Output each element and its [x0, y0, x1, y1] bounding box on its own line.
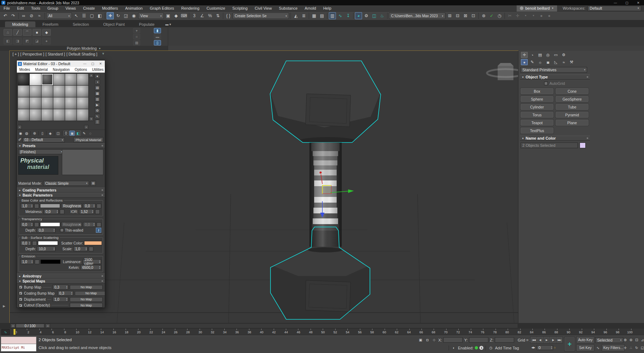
pin-stack-icon[interactable]: ◪	[33, 38, 41, 44]
time-slider-handle[interactable]: 0 / 100	[16, 324, 44, 328]
current-frame-marker[interactable]	[13, 329, 16, 335]
material-sample-slot[interactable]	[53, 109, 65, 121]
select-link-icon[interactable]: ∞	[20, 12, 27, 19]
object-type-button[interactable]: Teapot	[521, 120, 553, 126]
zoom-extents-icon[interactable]: ⊡	[634, 337, 639, 343]
emission-color-swatch[interactable]	[40, 260, 60, 264]
map-enabled-checkbox[interactable]: ✓	[19, 298, 23, 301]
object-color-swatch[interactable]	[580, 142, 586, 148]
zoom-all-icon[interactable]: ⊛	[628, 337, 634, 343]
sss-color-swatch[interactable]	[38, 241, 58, 245]
key-filters-button[interactable]: Key Filters...	[602, 345, 624, 351]
base-weight-map-button[interactable]	[34, 204, 39, 208]
video-color-check-icon[interactable]: ▥	[94, 97, 100, 102]
ribbon-tab[interactable]: Populate	[132, 21, 161, 27]
undo-history-icon[interactable]: ◷	[496, 12, 503, 19]
ribbon-tab[interactable]: Freeform	[35, 21, 66, 27]
select-scale-icon[interactable]: ◲	[122, 12, 130, 19]
material-sample-slot[interactable]	[18, 74, 29, 85]
material-id-icon[interactable]: 0	[63, 131, 69, 136]
menu-item[interactable]: Edit	[14, 6, 28, 10]
object-name-field[interactable]: 2 Objects Selected	[521, 142, 578, 148]
modify-tab-icon[interactable]: ◔	[529, 52, 536, 58]
render-production-icon[interactable]: ♨	[379, 12, 386, 19]
material-sample-slot[interactable]	[77, 74, 88, 85]
transparency-map-button[interactable]	[34, 222, 39, 227]
rollout-object-type[interactable]: ▼ Object Type	[520, 74, 590, 79]
select-by-name-icon[interactable]: ☰	[80, 12, 88, 19]
preview-off-icon[interactable]: ◧	[4, 38, 12, 44]
snap-3d-icon[interactable]: 3	[191, 12, 198, 19]
transparency-color-swatch[interactable]	[40, 222, 60, 227]
rollout-presets[interactable]: ▼ Presets	[17, 143, 105, 148]
material-sample-slot[interactable]	[77, 109, 88, 121]
viewcube[interactable]	[487, 63, 518, 80]
scene-explorer-icon[interactable]: ▦	[311, 12, 318, 19]
sss-map-button[interactable]	[32, 241, 37, 246]
ribbon-toggle-icon[interactable]: ▥	[329, 12, 336, 19]
material-map-navigator-icon[interactable]: ☰	[94, 120, 100, 125]
menu-item[interactable]: Utilities	[89, 68, 106, 72]
maxscript-mini-listener[interactable]: MAXScript Mi	[1, 337, 36, 352]
shapes-icon[interactable]: ✎	[529, 59, 536, 65]
insert-loop-icon[interactable]: ▬	[154, 34, 161, 39]
menu-item[interactable]: Create	[79, 6, 98, 10]
selection-set-dropdown[interactable]: Create Selection Se	[233, 13, 289, 19]
menu-item[interactable]: Group	[44, 6, 62, 10]
maximize-button[interactable]: ▢	[89, 62, 96, 66]
lights-icon[interactable]: ☼	[537, 59, 543, 65]
eyedropper-icon[interactable]: ✐	[18, 137, 21, 142]
set-key-filters-icon[interactable]: ∿	[595, 345, 601, 350]
scroll-up-icon[interactable]: ∧	[89, 73, 93, 78]
make-preview-icon[interactable]: ▶	[94, 102, 100, 107]
notification-badge[interactable]: 1	[479, 346, 483, 350]
metalness-spinner[interactable]: 0,0	[44, 209, 59, 214]
spacer-dot1-icon[interactable]: •	[522, 12, 529, 19]
material-mode-dropdown[interactable]: Classic Simple	[43, 181, 89, 186]
menu-item[interactable]: Civil View	[251, 6, 275, 10]
uv-tiling-icon[interactable]: ▦	[94, 91, 100, 96]
polygon-modeling-caption[interactable]: Polygon Modeling ▼	[0, 46, 168, 51]
assign-to-selection-icon[interactable]: ⊕	[32, 131, 37, 136]
ior-spinner[interactable]: 1,52	[79, 209, 94, 214]
frame-nudge-icon[interactable]: ◀▶	[531, 345, 536, 350]
material-type-button[interactable]: Physical Material	[73, 137, 103, 142]
window-crossing-icon[interactable]: ◧	[96, 12, 103, 19]
material-editor-icon[interactable]: ◕	[355, 12, 362, 19]
material-sample-slot[interactable]	[18, 109, 29, 121]
transparency-roughness-map-button[interactable]	[97, 222, 101, 227]
material-sample-slot[interactable]	[42, 109, 53, 121]
special-map-spinner[interactable]: 0,3	[58, 291, 73, 296]
viewport-label-segment[interactable]: [ Default Shading ]	[67, 52, 97, 56]
key-mode-toggle-icon[interactable]: ○	[554, 346, 556, 349]
mode-options-button[interactable]: ⊞	[91, 181, 96, 186]
render-setup-icon[interactable]: ⚙	[363, 12, 370, 19]
select-rotate-icon[interactable]: ↻	[114, 12, 122, 19]
minimize-button[interactable]: —	[82, 62, 88, 66]
material-sample-slot[interactable]	[65, 109, 77, 121]
generate-topology-icon[interactable]: ▩	[133, 40, 140, 45]
set-key-button[interactable]: Set Key	[577, 345, 594, 351]
metalness-map-button[interactable]	[60, 209, 64, 214]
schematic-view-icon[interactable]: ↧	[345, 12, 352, 19]
material-sample-slot[interactable]	[30, 97, 41, 109]
ribbon-config-icon[interactable]: ▬ ▾	[165, 23, 171, 27]
rendered-frame-icon[interactable]: ◫	[371, 12, 378, 19]
autogrid-checkbox[interactable]	[544, 82, 548, 85]
spacer-dot4-icon[interactable]: ●	[546, 12, 553, 19]
material-sample-slot[interactable]	[30, 86, 41, 97]
map-slot-button[interactable]: No Map	[70, 285, 103, 290]
material-sample-slot[interactable]	[65, 74, 77, 85]
systems-icon[interactable]: ⚒	[568, 59, 575, 65]
material-sample-slot[interactable]	[30, 109, 41, 121]
ior-map-button[interactable]	[95, 209, 100, 214]
select-object-icon[interactable]: ↖	[73, 12, 80, 19]
vertex-mode-icon[interactable]: ∴	[4, 29, 12, 36]
use-pivot-center-icon[interactable]: ▣	[165, 12, 172, 19]
depth-spinner[interactable]: 0,0	[37, 228, 55, 233]
menu-item[interactable]: Modifiers	[98, 6, 122, 10]
selection-set-key-dropdown[interactable]: Selected	[595, 337, 623, 343]
menu-item[interactable]: Animation	[122, 6, 146, 10]
base-weight-spinner[interactable]: 1,0	[20, 203, 33, 208]
material-sample-slot[interactable]	[30, 74, 41, 85]
